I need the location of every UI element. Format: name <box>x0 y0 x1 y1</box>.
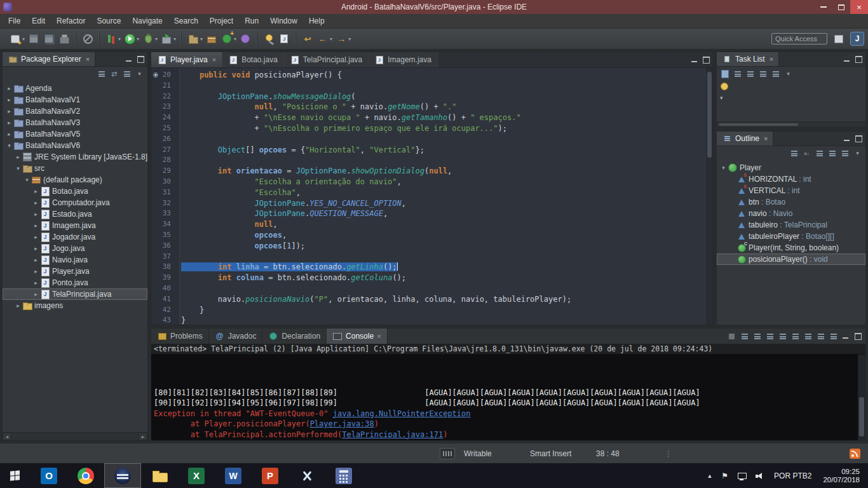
expanded-arrow-icon[interactable]: ▾ <box>23 177 31 183</box>
close-icon[interactable]: × <box>764 135 768 142</box>
terminate-icon[interactable] <box>726 331 737 341</box>
menu-run[interactable]: Run <box>239 15 264 27</box>
chrome-taskbar-button[interactable] <box>67 463 104 488</box>
tree-item-horizontal-int[interactable]: HORIZONTAL : int <box>717 173 865 185</box>
tree-item-posicionaplayer-void[interactable]: posicionaPlayer() : void <box>717 254 865 265</box>
console-tab-problems[interactable]: Problems <box>151 329 209 344</box>
collapsed-arrow-icon[interactable]: ▸ <box>14 302 22 309</box>
new-package-icon[interactable] <box>205 32 218 45</box>
quick-access-input[interactable]: Quick Access <box>771 33 827 44</box>
dropdown-arrow-icon[interactable]: ▾ <box>173 36 176 42</box>
clock[interactable]: 09:25 20/07/2018 <box>817 468 865 484</box>
tree-item-batalhanavalv6[interactable]: ▾BatalhaNavalV6 <box>3 140 147 151</box>
expanded-arrow-icon[interactable]: ▾ <box>5 142 13 149</box>
menu-refactor[interactable]: Refactor <box>51 15 91 27</box>
tree-item-jre-system-library-javase-1-8[interactable]: ▸JRE System Library [JavaSE-1.8] <box>3 151 147 163</box>
eclipse-taskbar-button[interactable] <box>104 463 141 488</box>
minimize-view-icon[interactable] <box>124 55 134 64</box>
tree-item-estado-java[interactable]: ▸Estado.java <box>3 208 147 220</box>
minimize-view-icon[interactable] <box>842 134 852 143</box>
start-button[interactable] <box>0 463 31 488</box>
dropdown-arrow-icon[interactable]: ▾ <box>348 36 351 42</box>
collapsed-arrow-icon[interactable]: ▸ <box>32 268 40 274</box>
remove-launch-icon[interactable] <box>739 331 750 341</box>
collapsed-arrow-icon[interactable]: ▸ <box>32 280 40 286</box>
dropdown-arrow-icon[interactable]: ▾ <box>22 36 25 42</box>
tree-item-batalhanavalv1[interactable]: ▸BatalhaNavalV1 <box>3 94 147 105</box>
excel-taskbar-button[interactable] <box>178 463 215 488</box>
display-selected-console-icon[interactable] <box>815 331 826 341</box>
scroll-right-icon[interactable]: ▸ <box>139 433 147 440</box>
editor-tab-player-java[interactable]: Player.java× <box>151 52 222 67</box>
external-tools-icon[interactable] <box>160 32 173 45</box>
new-task-icon[interactable] <box>719 69 730 79</box>
focus-icon[interactable] <box>789 148 799 158</box>
stack-trace-link[interactable]: Player.java:38 <box>310 419 374 428</box>
menu-window[interactable]: Window <box>264 15 303 27</box>
minimize-view-icon[interactable] <box>842 55 852 64</box>
close-button[interactable]: × <box>850 0 868 14</box>
collapsed-arrow-icon[interactable]: ▸ <box>5 108 13 114</box>
tree-item-jogo-java[interactable]: ▸Jogo.java <box>3 243 147 254</box>
collapsed-arrow-icon[interactable]: ▸ <box>5 131 13 137</box>
menu-edit[interactable]: Edit <box>26 15 51 27</box>
view-menu-icon[interactable] <box>783 69 794 79</box>
console-tab-console[interactable]: Console× <box>327 329 387 344</box>
synchronize-icon[interactable] <box>732 69 743 79</box>
collapsed-arrow-icon[interactable]: ▸ <box>32 211 40 217</box>
console-vertical-scrollbar[interactable] <box>858 355 865 440</box>
snipping-tool-taskbar-button[interactable] <box>288 463 325 488</box>
volume-button[interactable] <box>750 463 768 488</box>
collapsed-arrow-icon[interactable]: ▸ <box>5 97 13 103</box>
tree-item-imagem-java[interactable]: ▸Imagem.java <box>3 220 147 231</box>
close-icon[interactable]: × <box>86 55 90 63</box>
maximize-console-icon[interactable] <box>853 332 863 341</box>
tree-item-src[interactable]: ▾src <box>3 163 147 174</box>
menu-project[interactable]: Project <box>204 15 239 27</box>
tree-item-vertical-int[interactable]: VERTICAL : int <box>717 185 865 196</box>
collapsed-arrow-icon[interactable]: ▸ <box>32 188 40 194</box>
task-list-dropdown-icon[interactable]: ▾ <box>720 95 723 101</box>
tab-outline[interactable]: Outline × <box>717 132 773 146</box>
java-perspective-button[interactable]: J <box>850 32 864 46</box>
scroll-left-icon[interactable]: ◂ <box>3 433 11 440</box>
maximize-view-icon[interactable] <box>135 55 146 64</box>
remove-all-launches-icon[interactable] <box>752 331 763 341</box>
scrollbar-thumb[interactable] <box>859 397 864 437</box>
pin-console-icon[interactable] <box>803 331 813 341</box>
dropdown-arrow-icon[interactable]: ▾ <box>118 36 121 42</box>
print-icon[interactable] <box>58 32 71 45</box>
tree-item-tabuleiro-telaprincipal[interactable]: tabuleiro : TelaPrincipal <box>717 219 865 231</box>
editor-tab-imagem-java[interactable]: Imagem.java <box>369 52 438 67</box>
maximize-view-icon[interactable] <box>853 55 864 64</box>
calculator-taskbar-button[interactable] <box>325 463 362 488</box>
powerpoint-taskbar-button[interactable] <box>252 463 288 488</box>
new-java-project-icon[interactable] <box>187 32 200 45</box>
code-editor[interactable]: 20 public void posicionaPlayer() {2122 J… <box>151 68 705 325</box>
console-tab-declaration[interactable]: Declaration <box>262 329 327 344</box>
tree-item-btn-botao[interactable]: btn : Botao <box>717 196 865 208</box>
network-button[interactable] <box>733 463 750 488</box>
tree-item-player-int-string-boolean[interactable]: Player(int, String, boolean) <box>717 242 865 254</box>
skip-breakpoints-icon[interactable] <box>81 32 94 45</box>
notifications-icon[interactable] <box>850 449 860 459</box>
console-tab-javadoc[interactable]: Javadoc <box>209 329 263 344</box>
tree-item-navio-navio[interactable]: navio : Navio <box>717 208 865 219</box>
view-menu-icon[interactable] <box>852 148 863 158</box>
new-interface-icon[interactable] <box>239 32 252 45</box>
run-icon[interactable] <box>123 32 136 45</box>
collapsed-arrow-icon[interactable]: ▸ <box>32 222 40 229</box>
editor-vertical-scrollbar[interactable] <box>705 68 713 325</box>
tree-item-computador-java[interactable]: ▸Computador.java <box>3 197 147 208</box>
stack-trace-link[interactable]: TelaPrincipal.java:171 <box>342 430 443 439</box>
word-taskbar-button[interactable] <box>215 463 252 488</box>
open-console-icon[interactable] <box>828 331 839 341</box>
sort-icon[interactable] <box>801 148 812 158</box>
menu-navigate[interactable]: Navigate <box>126 15 168 27</box>
dropdown-arrow-icon[interactable]: ▾ <box>234 36 236 42</box>
search-icon[interactable] <box>262 32 275 45</box>
close-icon[interactable]: × <box>770 55 773 63</box>
menu-search[interactable]: Search <box>168 15 204 27</box>
collapsed-arrow-icon[interactable]: ▸ <box>5 85 13 92</box>
package-explorer-tree[interactable]: ▸Agenda▸BatalhaNavalV1▸BatalhaNavalV2▸Ba… <box>3 81 147 432</box>
